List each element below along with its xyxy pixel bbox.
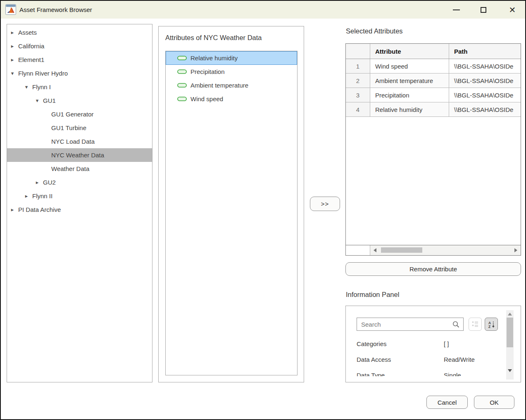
attribute-label: Precipitation bbox=[190, 68, 225, 75]
tree-item-label: Assets bbox=[18, 29, 37, 36]
tree-item[interactable]: ▸GU2 bbox=[7, 176, 152, 189]
attributes-panel: Attributes of NYC Weather Data Relative … bbox=[158, 26, 304, 382]
window-title: Asset Framework Browser bbox=[19, 6, 92, 13]
tree-item[interactable]: ▾Flynn I bbox=[7, 80, 152, 94]
title-bar[interactable]: Asset Framework Browser ✕ bbox=[1, 1, 525, 19]
scroll-left-icon[interactable] bbox=[374, 248, 376, 252]
v-scrollbar-thumb[interactable] bbox=[507, 318, 513, 347]
tree-item[interactable]: ▾GU1 bbox=[7, 94, 152, 107]
tree-item[interactable]: ▸California bbox=[7, 39, 152, 53]
search-icon bbox=[452, 321, 459, 328]
attribute-cell: Relative humidity bbox=[370, 102, 449, 116]
scrollbar-corner-cell bbox=[346, 245, 370, 255]
expand-arrow-icon[interactable]: ▸ bbox=[10, 206, 15, 213]
group-view-icon bbox=[471, 320, 479, 328]
close-button[interactable]: ✕ bbox=[506, 5, 519, 15]
attribute-cell: Precipitation bbox=[370, 88, 449, 102]
table-row[interactable]: 2Ambient temperature\\BGL-SSAHA\OSIDe bbox=[346, 74, 521, 88]
asset-tree: ▸Assets▸California▸Element1▾Flynn River … bbox=[7, 24, 152, 382]
table-horizontal-scrollbar bbox=[346, 245, 521, 255]
attributes-list: Relative humidityPrecipitationAmbient te… bbox=[165, 51, 298, 375]
path-cell: \\BGL-SSAHA\OSIDe bbox=[449, 102, 521, 116]
tree-item-label: NYC Load Data bbox=[51, 138, 95, 145]
tree-item-label: GU1 Turbine bbox=[51, 124, 86, 131]
close-icon: ✕ bbox=[509, 6, 516, 14]
tree-item[interactable]: GU1 Turbine bbox=[7, 121, 152, 135]
property-row: Data AccessRead/Write bbox=[346, 351, 503, 367]
tree-item[interactable]: NYC Weather Data bbox=[7, 148, 152, 162]
collapse-arrow-icon[interactable]: ▾ bbox=[10, 70, 15, 76]
tree-item[interactable]: NYC Load Data bbox=[7, 135, 152, 148]
property-row: Categories[ ] bbox=[346, 336, 503, 351]
group-view-button[interactable] bbox=[469, 318, 482, 331]
attribute-label: Relative humidity bbox=[190, 55, 238, 62]
cancel-button[interactable]: Cancel bbox=[426, 396, 468, 409]
path-cell: \\BGL-SSAHA\OSIDe bbox=[449, 88, 521, 102]
tree-item[interactable]: ▸Flynn II bbox=[7, 189, 152, 203]
tree-item[interactable]: ▸PI Data Archive bbox=[7, 203, 152, 216]
h-scrollbar-thumb[interactable] bbox=[381, 247, 422, 253]
svg-text:Z: Z bbox=[488, 324, 490, 328]
ok-button[interactable]: OK bbox=[474, 396, 514, 409]
property-value: [ ] bbox=[444, 340, 449, 347]
attribute-icon bbox=[177, 69, 190, 74]
table-row[interactable]: 4Relative humidity\\BGL-SSAHA\OSIDe bbox=[346, 102, 521, 117]
tree-item[interactable]: ▾Flynn River Hydro bbox=[7, 66, 152, 80]
tree-item[interactable]: ▸Assets bbox=[7, 26, 152, 39]
scroll-right-icon[interactable] bbox=[514, 248, 517, 252]
attributes-panel-title: Attributes of NYC Weather Data bbox=[165, 34, 262, 42]
property-name: Categories bbox=[357, 340, 444, 347]
add-attribute-button[interactable]: >> bbox=[310, 197, 340, 211]
tree-item-label: Weather Data bbox=[51, 165, 89, 172]
attribute-icon bbox=[177, 83, 190, 88]
attribute-list-item[interactable]: Precipitation bbox=[166, 65, 297, 78]
attribute-icon bbox=[177, 56, 190, 60]
attribute-cell: Wind speed bbox=[370, 59, 449, 73]
v-scrollbar-track[interactable] bbox=[506, 310, 514, 380]
collapse-arrow-icon[interactable]: ▾ bbox=[34, 97, 40, 104]
property-list: Categories[ ]Data AccessRead/WriteData T… bbox=[346, 336, 503, 376]
sort-az-button[interactable]: A Z bbox=[485, 318, 498, 331]
tree-item[interactable]: GU1 Generator bbox=[7, 107, 152, 121]
selected-attributes-table: Attribute Path 1Wind speed\\BGL-SSAHA\OS… bbox=[345, 43, 521, 256]
h-scrollbar-track[interactable] bbox=[370, 245, 521, 255]
expand-arrow-icon[interactable]: ▸ bbox=[34, 179, 40, 185]
maximize-button[interactable] bbox=[477, 5, 490, 15]
search-input[interactable] bbox=[361, 321, 452, 328]
expand-arrow-icon[interactable]: ▸ bbox=[10, 57, 15, 63]
table-row[interactable]: 1Wind speed\\BGL-SSAHA\OSIDe bbox=[346, 59, 521, 74]
tree-item-label: Flynn River Hydro bbox=[18, 70, 68, 77]
attribute-list-item[interactable]: Ambient temperature bbox=[166, 78, 297, 92]
remove-attribute-button[interactable]: Remove Attribute bbox=[345, 262, 521, 276]
table-header-index bbox=[346, 44, 370, 59]
sort-az-icon: A Z bbox=[488, 320, 495, 328]
tree-item-label: California bbox=[18, 43, 44, 50]
attribute-list-item[interactable]: Wind speed bbox=[166, 92, 297, 106]
row-number-cell: 2 bbox=[346, 74, 370, 88]
property-row: Data TypeSingle bbox=[346, 367, 503, 376]
attribute-icon bbox=[177, 97, 190, 101]
scroll-down-icon[interactable] bbox=[508, 369, 512, 372]
table-row[interactable]: 3Precipitation\\BGL-SSAHA\OSIDe bbox=[346, 88, 521, 102]
attribute-list-item[interactable]: Relative humidity bbox=[166, 51, 297, 65]
table-header-attribute: Attribute bbox=[370, 44, 449, 59]
collapse-arrow-icon[interactable]: ▾ bbox=[24, 84, 29, 90]
expand-arrow-icon[interactable]: ▸ bbox=[10, 29, 15, 36]
asset-framework-browser-window: Asset Framework Browser ✕ ▸Assets▸Califo… bbox=[0, 0, 526, 420]
search-box bbox=[357, 318, 464, 331]
matlab-app-icon bbox=[5, 4, 16, 15]
table-empty-area bbox=[346, 117, 521, 245]
property-name: Data Type bbox=[357, 372, 444, 377]
expand-arrow-icon[interactable]: ▸ bbox=[24, 193, 29, 199]
expand-arrow-icon[interactable]: ▸ bbox=[10, 43, 15, 49]
tree-item-label: GU2 bbox=[43, 179, 56, 186]
minimize-button[interactable] bbox=[450, 5, 463, 15]
tree-item-label: GU1 bbox=[43, 97, 56, 104]
attribute-cell: Ambient temperature bbox=[370, 74, 449, 88]
scroll-up-icon[interactable] bbox=[508, 313, 512, 316]
path-cell: \\BGL-SSAHA\OSIDe bbox=[449, 59, 521, 73]
tree-item[interactable]: ▸Element1 bbox=[7, 53, 152, 66]
table-header-row: Attribute Path bbox=[346, 44, 521, 59]
tree-item[interactable]: Weather Data bbox=[7, 162, 152, 176]
tree-item-label: Flynn I bbox=[32, 83, 51, 90]
